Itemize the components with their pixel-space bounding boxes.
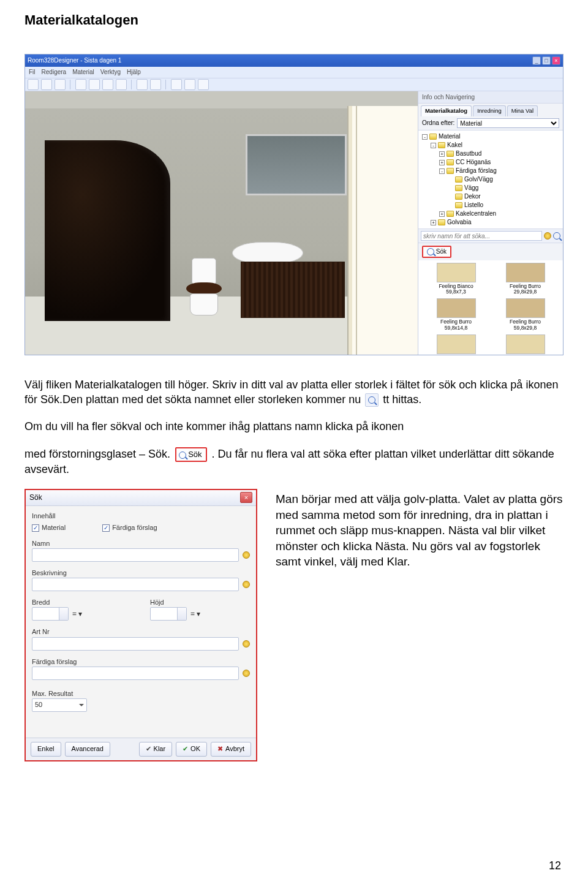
window-title: Room328Designer - Sista dagen 1 (28, 56, 121, 65)
checkbox-fardiga[interactable]: ✓Färdiga förslag (102, 523, 157, 532)
artnr-input[interactable] (32, 637, 239, 651)
tree-item-label: Listello (464, 201, 483, 210)
swatch-size: 59,8x29,8 (492, 325, 558, 331)
swatch-item[interactable]: Feeling Burro59,8x7,3 (492, 334, 558, 355)
avancerad-button[interactable]: Avancerad (65, 742, 110, 757)
folder-icon (455, 202, 462, 208)
shower-enclosure (45, 140, 170, 321)
tree-item[interactable]: +Golvabia (422, 218, 560, 227)
namn-input[interactable] (32, 548, 239, 562)
tree-item-label: Material (439, 132, 461, 141)
toolbar-button[interactable] (75, 79, 86, 90)
bulb-icon[interactable] (243, 670, 250, 677)
tree-item-label: Kakel (447, 141, 462, 149)
bredd-spinner[interactable] (32, 607, 69, 621)
door (347, 106, 418, 355)
label-beskrivning: Beskrivning (32, 569, 67, 576)
swatch-size: 59,8x14,8 (423, 325, 489, 331)
expand-icon[interactable]: + (439, 160, 445, 165)
expand-icon[interactable]: + (439, 151, 445, 157)
bulb-icon[interactable] (243, 640, 250, 648)
toolbar-button[interactable] (184, 79, 195, 90)
swatch-item[interactable]: Feeling Burro59,8x59,8 (423, 334, 489, 355)
folder-icon (447, 211, 454, 217)
toolbar-button[interactable] (41, 79, 52, 90)
window-close-button[interactable]: × (552, 56, 560, 65)
menu-hjalp[interactable]: Hjälp (127, 68, 141, 77)
search-input[interactable] (421, 231, 542, 241)
toolbar-button[interactable] (28, 79, 39, 90)
expand-icon[interactable]: - (422, 134, 428, 140)
tree-item[interactable]: +CC Höganäs (422, 158, 560, 167)
sort-select[interactable]: Material (457, 118, 559, 128)
tree-item[interactable]: Listello (422, 201, 560, 210)
max-resultat-select[interactable]: 50 (32, 698, 87, 712)
tab-inredning[interactable]: Inredning (473, 105, 506, 116)
washbasin (232, 242, 303, 264)
toolbar-button[interactable] (55, 79, 66, 90)
tree-item[interactable]: -Kakel (422, 141, 560, 149)
menu-redigera[interactable]: Redigera (42, 68, 67, 77)
toolbar-button[interactable] (102, 79, 113, 90)
tree-item[interactable]: +Kakelcentralen (422, 210, 560, 218)
label-max-resultat: Max. Resultat (32, 690, 73, 697)
toolbar-button[interactable] (150, 79, 161, 90)
bulb-icon[interactable] (243, 551, 250, 559)
hojd-spinner[interactable] (150, 607, 187, 621)
tree-item[interactable]: -Material (422, 132, 560, 141)
menu-fil[interactable]: Fil (29, 68, 36, 77)
avbryt-button[interactable]: Avbryt (211, 742, 251, 757)
label-hojd: Höjd (150, 599, 164, 606)
material-tree[interactable]: -Material-Kakel+Basutbud+CC Höganäs-Färd… (418, 130, 563, 229)
bulb-icon[interactable] (544, 232, 551, 240)
swatch-item[interactable]: Feeling Burro59,8x14,8 (423, 298, 489, 331)
label-bredd: Bredd (32, 599, 50, 606)
expand-icon[interactable]: + (431, 220, 436, 225)
inline-search-icon (365, 393, 379, 407)
tree-item[interactable]: +Basutbud (422, 149, 560, 158)
tree-item[interactable]: Golv/Vägg (422, 175, 560, 184)
sok-button[interactable]: Sök (422, 246, 451, 258)
swatch-item[interactable]: Feeling Burro29,8x29,8 (492, 263, 558, 295)
tab-materialkatalog[interactable]: Materialkatalog (421, 105, 472, 116)
enkel-button[interactable]: Enkel (31, 742, 61, 757)
bulb-icon[interactable] (243, 581, 250, 588)
menu-verktyg[interactable]: Verktyg (100, 68, 121, 77)
fardiga-input[interactable] (32, 667, 239, 680)
toolbar-button[interactable] (171, 79, 182, 90)
panel-tabs: Materialkatalog Inredning Mina Val (418, 104, 563, 116)
tab-mina-val[interactable]: Mina Val (507, 105, 538, 116)
tree-item[interactable]: Vägg (422, 184, 560, 192)
window-titlebar: Room328Designer - Sista dagen 1 _ □ × (25, 55, 563, 67)
dialog-close-button[interactable]: × (240, 492, 252, 503)
expand-icon[interactable]: - (431, 143, 436, 148)
folder-icon (438, 142, 445, 148)
expand-icon[interactable]: - (439, 168, 445, 174)
room-3d-viewport[interactable] (25, 91, 418, 355)
checkbox-material[interactable]: ✓Material (32, 523, 66, 532)
toilet (183, 258, 225, 319)
tree-item[interactable]: -Färdiga förslag (422, 167, 560, 175)
swatch-thumbnail (506, 298, 545, 318)
toolbar-button[interactable] (116, 79, 127, 90)
dialog-titlebar: Sök × (26, 490, 256, 506)
label-artnr: Art Nr (32, 628, 50, 635)
tree-item-label: Färdiga förslag (456, 167, 497, 175)
tree-item[interactable]: Dekor (422, 192, 560, 201)
klar-button[interactable]: Klar (139, 742, 173, 757)
toolbar-button[interactable] (89, 79, 100, 90)
expand-icon[interactable]: + (439, 211, 445, 217)
toolbar-button[interactable] (198, 79, 209, 90)
paragraph: med förstorningsglaset – Sök. Sök . Du f… (24, 447, 564, 477)
ok-button[interactable]: OK (176, 742, 207, 757)
search-icon[interactable] (553, 232, 560, 240)
section-innehall-label: Innehåll (32, 512, 56, 519)
swatch-item[interactable]: Feeling Bianco59,8x7,3 (423, 263, 489, 295)
window-minimize-button[interactable]: _ (532, 56, 541, 65)
menu-material[interactable]: Material (72, 68, 94, 77)
toolbar-button[interactable] (137, 79, 148, 90)
toolbar (25, 78, 563, 91)
swatch-item[interactable]: Feeling Burro59,8x29,8 (492, 298, 558, 331)
window-maximize-button[interactable]: □ (542, 56, 551, 65)
beskrivning-input[interactable] (32, 578, 239, 591)
